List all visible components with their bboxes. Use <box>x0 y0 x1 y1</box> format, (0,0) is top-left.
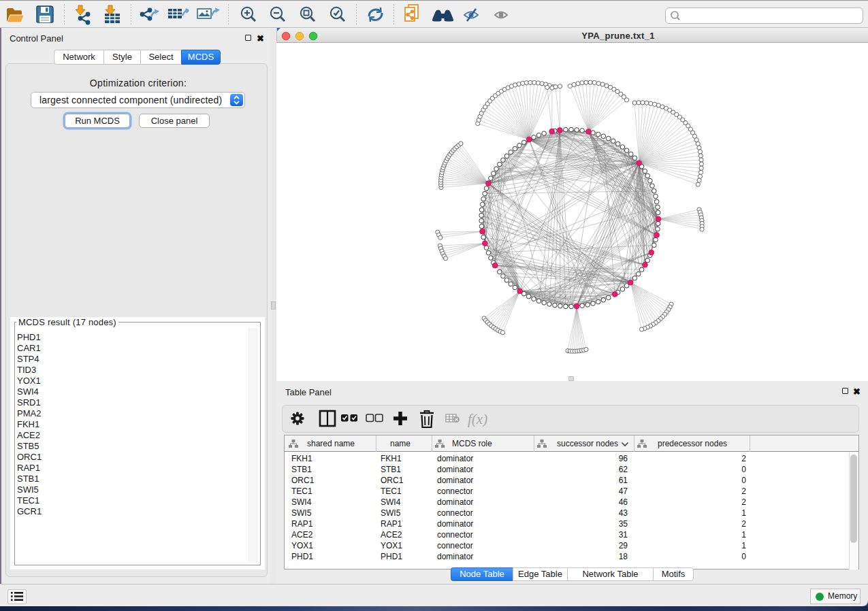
svg-text:f(x): f(x) <box>468 411 487 427</box>
